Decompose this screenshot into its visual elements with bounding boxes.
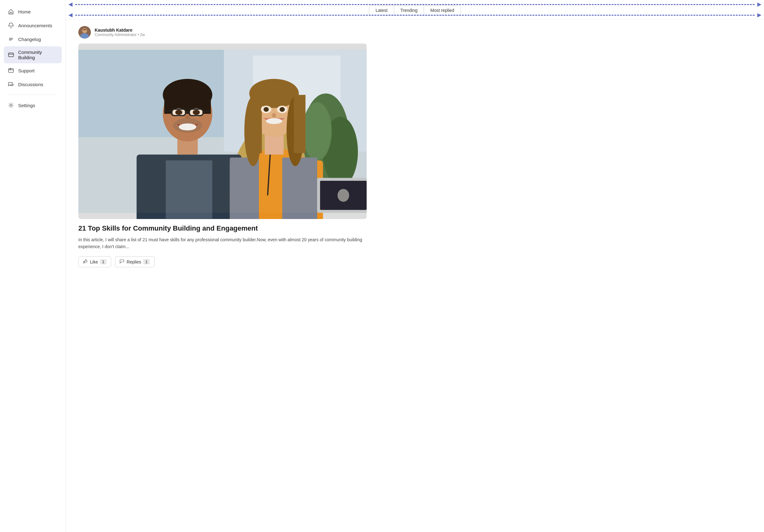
post-header: Kaustubh Katdare Community Administrator… [78, 26, 367, 39]
author-role: Community Administrator [95, 33, 137, 37]
sidebar-item-support-label: Support [18, 68, 35, 73]
svg-rect-66 [78, 50, 367, 213]
sidebar: Home Announcements Changelog [0, 0, 66, 532]
replies-count: 1 [143, 259, 150, 265]
discussions-icon [8, 81, 14, 88]
sidebar-item-discussions-label: Discussions [18, 82, 43, 87]
bell-icon [8, 22, 14, 29]
replies-label: Replies [126, 260, 141, 265]
sidebar-item-discussions[interactable]: Discussions [4, 78, 62, 91]
post-image [78, 44, 367, 219]
right-arrow-top: ► [755, 0, 764, 8]
sidebar-item-home[interactable]: Home [4, 5, 62, 18]
post-title: 21 Top Skills for Community Building and… [78, 224, 367, 233]
post-area: Kaustubh Katdare Community Administrator… [66, 20, 379, 273]
sidebar-item-announcements-label: Announcements [18, 23, 52, 28]
left-arrow-bottom: ◄ [66, 11, 75, 19]
replies-button[interactable]: Replies 1 [115, 256, 154, 267]
main-content: ◄ ► ◄ ► Latest Trending Most replied [66, 0, 764, 532]
avatar [78, 26, 91, 39]
sidebar-item-support[interactable]: Support [4, 64, 62, 77]
sidebar-divider [9, 94, 57, 95]
annotation-container: ◄ ► ◄ ► Latest Trending Most replied [66, 0, 764, 20]
post-image-svg [78, 44, 367, 219]
community-icon [8, 51, 14, 58]
like-label: Like [90, 260, 98, 265]
sidebar-item-changelog-label: Changelog [18, 37, 41, 42]
filter-bar: ◄ ► ◄ ► Latest Trending Most replied [66, 0, 764, 20]
author-time: 2w [140, 33, 145, 37]
sidebar-item-community-building[interactable]: Community Building [4, 46, 62, 63]
home-icon [8, 8, 14, 15]
author-meta: Community Administrator • 2w [95, 33, 145, 37]
sidebar-item-announcements[interactable]: Announcements [4, 19, 62, 32]
author-separator: • [137, 33, 140, 37]
tab-most-replied[interactable]: Most replied [424, 5, 460, 15]
post-excerpt: In this article, I will share a list of … [78, 236, 367, 250]
svg-point-11 [10, 104, 12, 106]
like-button[interactable]: Like 1 [78, 256, 111, 267]
tab-trending[interactable]: Trending [394, 5, 424, 15]
sidebar-item-settings[interactable]: Settings [4, 99, 62, 112]
post-actions: Like 1 Replies 1 [78, 256, 367, 267]
avatar-image [78, 26, 91, 39]
sidebar-item-home-label: Home [18, 9, 31, 14]
filter-tabs: Latest Trending Most replied [369, 5, 461, 16]
tab-latest[interactable]: Latest [369, 5, 394, 15]
sidebar-nav: Home Announcements Changelog [0, 5, 66, 112]
svg-rect-3 [8, 53, 13, 57]
changelog-icon [8, 36, 14, 43]
settings-icon [8, 102, 14, 109]
post-author-info: Kaustubh Katdare Community Administrator… [95, 28, 145, 37]
thumbs-up-icon [83, 259, 88, 265]
sidebar-item-changelog[interactable]: Changelog [4, 33, 62, 46]
left-arrow-top: ◄ [66, 0, 75, 8]
sidebar-item-community-building-label: Community Building [18, 50, 58, 60]
reply-icon [120, 259, 125, 265]
support-icon [8, 67, 14, 74]
sidebar-item-settings-label: Settings [18, 103, 35, 108]
right-arrow-bottom: ► [755, 11, 764, 19]
author-name: Kaustubh Katdare [95, 28, 145, 33]
like-count: 1 [100, 259, 106, 265]
